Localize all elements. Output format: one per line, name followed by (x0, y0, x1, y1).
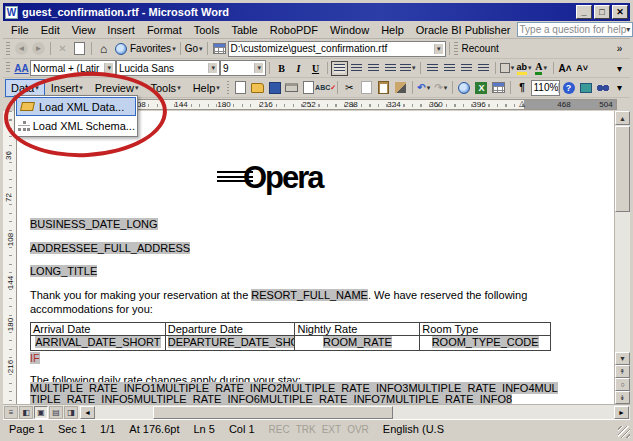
table-cell-room-type-code[interactable]: ROOM_TYPE_CODE (420, 336, 550, 350)
reservation-table[interactable]: Arrival DateDeparture DateNightly RateRo… (30, 322, 551, 351)
back-button[interactable]: ◄ (13, 40, 30, 57)
refresh-button[interactable] (71, 40, 88, 57)
chevron-down-icon[interactable]: ▾ (511, 64, 515, 72)
resize-grip[interactable] (618, 426, 630, 438)
print-layout-view-button[interactable]: ▣ (34, 406, 48, 419)
insert-excel-button[interactable]: X (473, 79, 490, 96)
chevron-down-icon[interactable]: ▾ (434, 44, 443, 54)
minimize-button[interactable]: _ (576, 5, 592, 19)
addressee-field[interactable]: ADDRESSEE_FULL_ADDRESS (30, 242, 190, 254)
field-multiple-rate-info7[interactable]: MULTIPLE_RATE_INFO7 (260, 393, 386, 404)
vertical-ruler[interactable]: 3672108144180216 (3, 111, 17, 404)
menubar-item-edit[interactable]: Edit (35, 22, 66, 38)
previous-page-button[interactable]: ↟ (615, 365, 630, 378)
bi-menu-tools[interactable]: Tools▾ (144, 79, 186, 97)
bi-menu-preview[interactable]: Preview▾ (89, 79, 145, 97)
web-layout-view-button[interactable]: ◧ (19, 406, 33, 419)
toolbar-grip[interactable] (454, 42, 458, 56)
status-mode-rec[interactable]: REC (269, 424, 290, 435)
line-spacing-button[interactable]: ▾ (399, 60, 417, 77)
bold-button[interactable]: B (273, 60, 290, 77)
chevron-down-icon[interactable]: ▾ (412, 64, 416, 72)
format-painter-button[interactable] (392, 79, 409, 96)
recount-button[interactable]: Recount (461, 40, 500, 57)
if-marker-field[interactable]: IF (30, 352, 40, 364)
chevron-down-icon[interactable]: ▾ (626, 25, 630, 34)
menubar-item-file[interactable]: File (5, 22, 35, 38)
menu-item-load-xml-schema[interactable]: Load XML Schema... (16, 116, 136, 135)
insert-table-button[interactable] (490, 79, 507, 96)
toolbar-options-chevron[interactable]: ▾ (611, 79, 628, 96)
chevron-down-icon[interactable]: ▾ (208, 63, 217, 73)
scroll-down-button[interactable]: ▼ (615, 352, 630, 365)
toolbar-grip[interactable] (6, 42, 10, 56)
align-left-button[interactable] (331, 60, 348, 77)
highlight-button[interactable]: ab▾ (516, 60, 533, 77)
address-field[interactable]: D:\customize\guest_confirmation.rtf ▾ (228, 41, 446, 57)
insert-hyperlink-button[interactable] (456, 79, 473, 96)
font-color-button[interactable]: A▾ (533, 60, 550, 77)
field-multiple-rate-info6[interactable]: MULTIPLE_RATE_INFO6 (134, 393, 260, 404)
print-button[interactable] (283, 79, 300, 96)
chevron-down-icon[interactable]: ▾ (543, 64, 547, 72)
bi-menu-data[interactable]: Data▾ (5, 79, 45, 97)
maximize-button[interactable]: □ (594, 5, 610, 19)
menubar-item-help[interactable]: Help (375, 22, 410, 38)
toolbar-options-chevron[interactable]: ▾ (611, 60, 628, 77)
next-page-button[interactable]: ↡ (615, 391, 630, 404)
horizontal-scroll-thumb[interactable] (153, 406, 393, 419)
undo-button[interactable]: ↶▾ (415, 79, 432, 96)
question-help-input[interactable]: Type a question for help ▾ (517, 22, 633, 37)
status-mode-ext[interactable]: EXT (322, 424, 341, 435)
close-button[interactable]: ✕ (612, 5, 628, 19)
table-cell-arrival-date-short[interactable]: ARRIVAL_DATE_SHORT (31, 336, 166, 350)
outline-view-button[interactable]: ▤ (49, 406, 63, 419)
forward-button[interactable]: ► (30, 40, 47, 57)
save-button[interactable] (266, 79, 283, 96)
bi-menu-insert[interactable]: Insert▾ (45, 79, 89, 97)
align-center-button[interactable] (348, 60, 365, 77)
normal-view-button[interactable]: ≡ (4, 406, 18, 419)
right-indent-marker[interactable]: △ (519, 99, 525, 108)
spelling-button[interactable]: ABC✓ (317, 79, 334, 96)
multiple-rate-fields[interactable]: MULTIPLE_RATE_INFO1MULTIPLE_RATE_INFO2MU… (30, 383, 558, 404)
go-button[interactable]: Go▾ (184, 40, 204, 57)
search-web-button[interactable] (112, 40, 129, 57)
shrink-font-button[interactable]: A˅ (574, 60, 591, 77)
bi-menu-help[interactable]: Help▾ (187, 79, 226, 97)
field-arrival-date-short[interactable]: ARRIVAL_DATE_SHORT (35, 336, 160, 348)
scroll-right-button[interactable]: ► (614, 406, 629, 419)
menubar-item-robopdf[interactable]: RoboPDF (264, 22, 324, 38)
menubar-item-tools[interactable]: Tools (188, 22, 226, 38)
field-departure-date-short[interactable]: DEPARTURE_DATE_SHORT (168, 336, 296, 348)
underline-button[interactable]: U (307, 60, 324, 77)
zoom-select[interactable]: 110%▾ (531, 80, 561, 96)
home-button[interactable]: ⌂ (95, 40, 112, 57)
menubar-item-table[interactable]: Table (225, 22, 263, 38)
document-page[interactable]: Opera BUSINESS_DATE_LONG ADDRESSEE_FULL_… (17, 111, 614, 404)
chevron-down-icon[interactable]: ▾ (444, 84, 448, 92)
find-button[interactable] (594, 79, 611, 96)
decrease-indent-button[interactable] (458, 60, 475, 77)
font-select[interactable]: Lucida Sans▾ (116, 60, 220, 76)
paste-button[interactable] (375, 79, 392, 96)
field-room-type-code[interactable]: ROOM_TYPE_CODE (432, 336, 539, 348)
long-title-field[interactable]: LONG_TITLE (30, 265, 97, 277)
menubar-item-window[interactable]: Window (324, 22, 375, 38)
style-select[interactable]: Normal + (Latir▾ (30, 60, 116, 76)
toolbar-grip[interactable] (227, 81, 229, 95)
chevron-down-icon[interactable]: ▾ (254, 63, 263, 73)
toolbar-grip[interactable] (6, 62, 10, 75)
toolbar-options-chevron[interactable]: » (611, 40, 628, 57)
grow-font-button[interactable]: A˄ (557, 60, 574, 77)
align-right-button[interactable] (365, 60, 382, 77)
menubar-item-oracle-bi-publisher[interactable]: Oracle BI Publisher (410, 22, 517, 38)
new-document-button[interactable] (232, 79, 249, 96)
styles-and-formatting-button[interactable]: AA (13, 60, 30, 77)
field-multiple-rate-info8[interactable]: MULTIPLE_RATE_INFO8 (386, 393, 512, 404)
font-size-select[interactable]: 9▾ (220, 60, 266, 76)
scroll-left-button[interactable]: ◄ (80, 406, 95, 419)
thank-you-paragraph[interactable]: Thank you for making your reservation at… (30, 288, 560, 316)
chevron-down-icon[interactable]: ▾ (104, 63, 113, 73)
numbered-list-button[interactable] (424, 60, 441, 77)
